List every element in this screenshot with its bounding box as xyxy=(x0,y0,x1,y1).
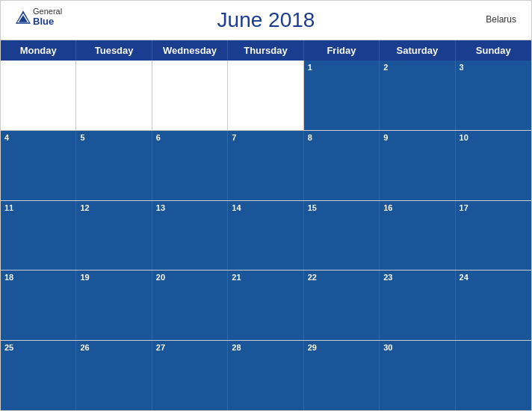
day-number: 7 xyxy=(232,133,299,142)
day-cell-w2d6: 9 xyxy=(380,131,455,200)
day-number: 19 xyxy=(80,273,147,282)
day-cell-w3d6: 16 xyxy=(380,201,455,271)
day-number: 11 xyxy=(4,203,72,212)
header-friday: Friday xyxy=(304,40,380,61)
day-number: 20 xyxy=(156,273,223,282)
calendar-container: General Blue June 2018 Belarus Monday Tu… xyxy=(0,0,532,411)
day-number: 28 xyxy=(232,343,299,352)
day-cell-w1d3 xyxy=(152,61,228,130)
country-label: Belarus xyxy=(486,14,516,25)
day-cell-w5d7 xyxy=(456,341,531,410)
day-number: 3 xyxy=(460,63,528,72)
day-number: 5 xyxy=(80,133,147,142)
day-cell-w2d7: 10 xyxy=(456,131,531,200)
day-number: 26 xyxy=(80,343,147,352)
day-number: 25 xyxy=(4,343,72,352)
logo-text-area: General Blue xyxy=(33,7,62,27)
day-cell-w3d5: 15 xyxy=(304,201,380,271)
day-cell-w3d4: 14 xyxy=(228,201,303,271)
day-number: 2 xyxy=(383,63,451,72)
day-number: 1 xyxy=(308,63,375,72)
day-number: 13 xyxy=(156,203,223,212)
day-cell-w1d2 xyxy=(76,61,152,130)
header-sunday: Sunday xyxy=(456,40,531,61)
day-cell-w2d2: 5 xyxy=(76,131,152,200)
day-number: 24 xyxy=(460,273,528,282)
day-cell-w4d1: 18 xyxy=(1,271,76,340)
day-number: 9 xyxy=(383,133,451,142)
day-number: 22 xyxy=(308,273,375,282)
header-tuesday: Tuesday xyxy=(76,40,152,61)
logo-wrapper: General Blue xyxy=(16,7,62,27)
calendar-grid: Monday Tuesday Wednesday Thursday Friday… xyxy=(1,40,531,410)
header-saturday: Saturday xyxy=(380,40,455,61)
day-number: 23 xyxy=(383,273,451,282)
day-cell-w4d6: 23 xyxy=(380,271,455,340)
week-row-4: 18192021222324 xyxy=(1,271,531,341)
day-cell-w5d6: 30 xyxy=(380,341,455,410)
day-number: 16 xyxy=(383,203,451,212)
day-cell-w3d3: 13 xyxy=(152,201,228,271)
day-cell-w3d1: 11 xyxy=(1,201,76,271)
calendar-header: General Blue June 2018 Belarus xyxy=(1,1,531,40)
day-number: 8 xyxy=(308,133,375,142)
day-cell-w4d5: 22 xyxy=(304,271,380,340)
day-number: 17 xyxy=(460,203,528,212)
day-cell-w3d7: 17 xyxy=(456,201,531,271)
day-number: 30 xyxy=(383,343,451,352)
week-row-3: 11121314151617 xyxy=(1,201,531,271)
week-row-5: 252627282930 xyxy=(1,341,531,410)
day-cell-w1d6: 2 xyxy=(380,61,455,130)
day-headers-row: Monday Tuesday Wednesday Thursday Friday… xyxy=(1,40,531,61)
day-cell-w1d7: 3 xyxy=(456,61,531,130)
day-number: 4 xyxy=(4,133,72,142)
day-cell-w5d4: 28 xyxy=(228,341,303,410)
week-row-2: 45678910 xyxy=(1,131,531,201)
day-cell-w4d7: 24 xyxy=(456,271,531,340)
day-number: 6 xyxy=(156,133,223,142)
day-number: 29 xyxy=(308,343,375,352)
day-cell-w2d5: 8 xyxy=(304,131,380,200)
day-cell-w4d3: 20 xyxy=(152,271,228,340)
day-cell-w1d1 xyxy=(1,61,76,130)
day-cell-w1d4 xyxy=(228,61,303,130)
generalblue-logo-icon xyxy=(16,10,31,24)
calendar-title: June 2018 xyxy=(217,8,315,32)
day-number: 10 xyxy=(460,133,528,142)
day-number: 14 xyxy=(232,203,299,212)
day-cell-w5d5: 29 xyxy=(304,341,380,410)
day-cell-w1d5: 1 xyxy=(304,61,380,130)
day-cell-w2d4: 7 xyxy=(228,131,303,200)
day-number: 27 xyxy=(156,343,223,352)
day-cell-w4d2: 19 xyxy=(76,271,152,340)
day-number: 15 xyxy=(308,203,375,212)
day-cell-w5d2: 26 xyxy=(76,341,152,410)
logo-area: General Blue xyxy=(16,7,62,27)
day-cell-w5d3: 27 xyxy=(152,341,228,410)
logo-general-text: General xyxy=(33,7,62,16)
day-cell-w5d1: 25 xyxy=(1,341,76,410)
day-number: 12 xyxy=(80,203,147,212)
header-wednesday: Wednesday xyxy=(152,40,228,61)
header-monday: Monday xyxy=(1,40,76,61)
day-cell-w4d4: 21 xyxy=(228,271,303,340)
week-row-1: 123 xyxy=(1,61,531,131)
day-number: 21 xyxy=(232,273,299,282)
weeks-container: 1234567891011121314151617181920212223242… xyxy=(1,61,531,410)
logo-blue-text: Blue xyxy=(33,16,62,27)
day-cell-w3d2: 12 xyxy=(76,201,152,271)
day-cell-w2d3: 6 xyxy=(152,131,228,200)
day-number: 18 xyxy=(4,273,72,282)
header-thursday: Thursday xyxy=(228,40,303,61)
day-cell-w2d1: 4 xyxy=(1,131,76,200)
